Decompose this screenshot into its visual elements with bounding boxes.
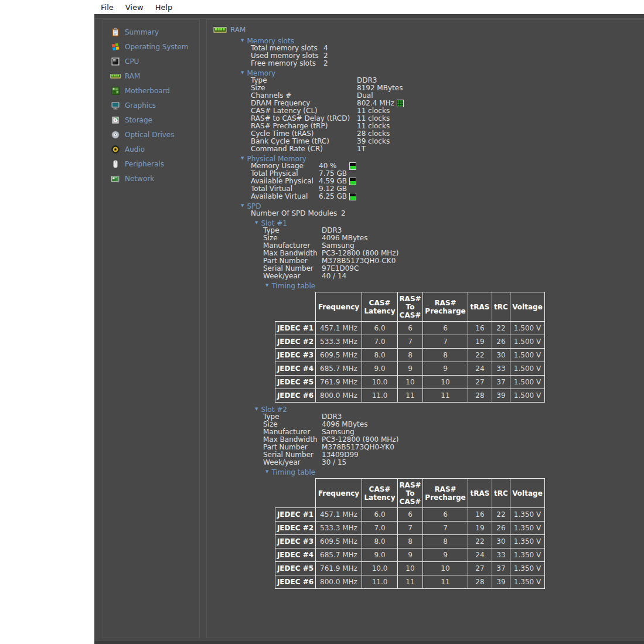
sidebar-item-peripherals[interactable]: Peripherals <box>103 156 199 171</box>
collapse-arrow-icon: ▼ <box>241 202 244 210</box>
timing-cell: 22 <box>492 322 510 335</box>
section-rows: Number Of SPD Modules2 <box>207 210 644 217</box>
section-rows: TypeDDR3Size8192 MBytesChannels #DualDRA… <box>207 77 644 153</box>
sidebar-item-operating-system[interactable]: Operating System <box>103 39 199 54</box>
timing-cell: 33 <box>492 362 510 376</box>
info-label: Command Rate (CR) <box>251 145 357 153</box>
section-rows: TypeDDR3Size4096 MBytesManufacturerSamsu… <box>207 227 644 280</box>
sidebar-item-label: RAM <box>125 72 140 80</box>
cpu-icon <box>110 56 121 66</box>
timing-cell: 6 <box>423 508 468 522</box>
timing-cell: 7 <box>398 335 423 349</box>
timing-cell: 6.0 <box>362 322 398 335</box>
section-header-label: Timing table <box>271 468 315 476</box>
timing-cell: 37 <box>492 376 510 389</box>
timing-cell: 22 <box>492 508 510 522</box>
timing-table-row: JEDEC #6800.0 MHz11.0111128391.350 V <box>275 575 545 589</box>
timing-row-header: JEDEC #5 <box>275 562 316 575</box>
sidebar-item-optical-drives[interactable]: Optical Drives <box>103 127 199 142</box>
collapse-arrow-icon: ▼ <box>255 219 258 227</box>
timing-cell: 8 <box>423 535 468 548</box>
info-row: Week/year40 / 14 <box>207 272 644 280</box>
sidebar-item-network[interactable]: Network <box>103 171 199 186</box>
sidebar-item-audio[interactable]: Audio <box>103 142 199 156</box>
timing-cell: 1.350 V <box>510 522 545 535</box>
timing-cell: 8 <box>423 349 468 362</box>
timing-cell: 26 <box>492 335 510 349</box>
timing-cell: 1.500 V <box>510 389 545 403</box>
toolbar-strip <box>94 14 644 19</box>
timing-cell: 9 <box>398 548 423 562</box>
collapse-arrow-icon: ▼ <box>255 406 258 413</box>
storage-icon <box>110 115 121 125</box>
timing-cell: 761.9 MHz <box>316 562 362 575</box>
timing-cell: 19 <box>468 522 492 535</box>
menu-item-view[interactable]: View <box>120 1 149 13</box>
page-title: RAM <box>213 25 644 35</box>
menu-item-file[interactable]: File <box>95 1 120 13</box>
timing-cell: 7 <box>423 335 468 349</box>
timing-cell: 9 <box>423 548 468 562</box>
timing-cell: 8.0 <box>362 349 398 362</box>
timing-cell: 22 <box>468 535 492 548</box>
app-window: SummaryOperating SystemCPURAMMotherboard… <box>94 14 644 644</box>
sidebar-item-cpu[interactable]: CPU <box>103 54 199 69</box>
timing-row-header: JEDEC #5 <box>275 376 316 389</box>
timing-cell: 39 <box>492 389 510 403</box>
timing-cell: 685.7 MHz <box>316 548 362 562</box>
sidebar-item-label: CPU <box>125 57 139 66</box>
timing-cell: 1.500 V <box>510 322 545 335</box>
main-content: RAM ▼Memory slotsTotal memory slots4Used… <box>207 20 644 638</box>
info-value: 6.25 GB <box>319 193 347 200</box>
timing-cell: 11.0 <box>362 389 398 403</box>
timing-cell: 11 <box>423 389 468 403</box>
timing-cell: 9.0 <box>362 362 398 376</box>
timing-cell: 685.7 MHz <box>316 362 362 376</box>
timing-cell: 800.0 MHz <box>316 575 362 589</box>
timing-cell: 6 <box>398 322 423 335</box>
timing-cell: 1.500 V <box>510 376 545 389</box>
sidebar-nav: SummaryOperating SystemCPURAMMotherboard… <box>103 20 199 186</box>
timing-cell: 761.9 MHz <box>316 376 362 389</box>
info-label: Week/year <box>263 459 322 466</box>
timing-cell: 1.500 V <box>510 349 545 362</box>
timing-row-header: JEDEC #6 <box>275 389 316 403</box>
timing-cell: 30 <box>492 535 510 548</box>
section-header-timing-table[interactable]: ▼Timing table <box>207 282 644 289</box>
section-header-timing-table[interactable]: ▼Timing table <box>207 468 644 476</box>
menu-item-help[interactable]: Help <box>149 1 179 13</box>
timing-column-header: CAS# Latency <box>362 292 398 322</box>
timing-cell: 1.350 V <box>510 535 545 548</box>
timing-cell: 1.350 V <box>510 548 545 562</box>
section-header-memory[interactable]: ▼Memory <box>207 69 644 77</box>
main-panel: RAM ▼Memory slotsTotal memory slots4Used… <box>206 19 644 638</box>
timing-cell: 609.5 MHz <box>316 349 362 362</box>
timing-table-row: JEDEC #2533.3 MHz7.07719261.500 V <box>275 335 545 349</box>
info-row: Number Of SPD Modules2 <box>207 210 644 217</box>
timing-cell: 22 <box>468 349 492 362</box>
timing-row-header: JEDEC #3 <box>275 349 316 362</box>
sidebar-item-ram[interactable]: RAM <box>103 69 199 83</box>
timing-column-header: tRC <box>492 479 510 508</box>
timing-cell: 1.500 V <box>510 362 545 376</box>
sidebar-item-label: Network <box>125 175 154 183</box>
info-value: 40 / 14 <box>322 272 346 280</box>
sidebar-item-motherboard[interactable]: Motherboard <box>103 83 199 98</box>
sidebar-item-summary[interactable]: Summary <box>103 25 199 39</box>
sidebar-item-graphics[interactable]: Graphics <box>103 98 199 113</box>
collapse-arrow-icon: ▼ <box>241 37 244 45</box>
section-rows: TypeDDR3Size4096 MBytesManufacturerSamsu… <box>207 413 644 466</box>
timing-column-header: RAS# To CAS# <box>398 479 423 508</box>
sidebar-item-storage[interactable]: Storage <box>103 113 199 127</box>
timing-cell: 28 <box>468 389 492 403</box>
timing-cell: 11.0 <box>362 575 398 589</box>
menubar: File View Help <box>94 0 644 14</box>
timing-cell: 10 <box>398 562 423 575</box>
timing-cell: 9.0 <box>362 548 398 562</box>
timing-row-header: JEDEC #1 <box>275 508 316 522</box>
section-rows: Memory Usage40 %Total Physical7.75 GBAva… <box>207 162 644 200</box>
timing-cell: 7.0 <box>362 335 398 349</box>
info-row: TypeDDR3 <box>207 77 644 84</box>
timing-table-row: JEDEC #3609.5 MHz8.08822301.350 V <box>275 535 545 548</box>
timing-cell: 7 <box>398 522 423 535</box>
